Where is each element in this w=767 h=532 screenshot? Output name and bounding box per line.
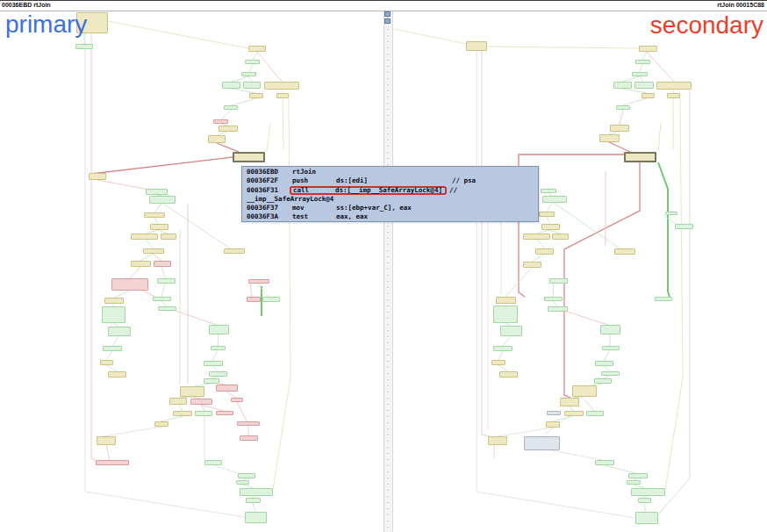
- basic-block-node[interactable]: [627, 480, 641, 485]
- basic-block-node[interactable]: [499, 371, 518, 377]
- basic-block-node[interactable]: [594, 378, 612, 384]
- flow-edge: [503, 336, 511, 346]
- basic-block-node[interactable]: [601, 371, 620, 376]
- flow-edge: [658, 90, 690, 514]
- basic-block-node[interactable]: [541, 224, 560, 230]
- instruction-comment: // psa: [452, 176, 476, 185]
- basic-block-node[interactable]: [656, 82, 692, 90]
- tooltip-row: 00036F2F push ds:[edi] // psa: [247, 176, 538, 185]
- instruction-address: 00036F31: [247, 186, 292, 195]
- basic-block-node[interactable]: [541, 189, 556, 193]
- basic-block-node[interactable]: [632, 72, 648, 76]
- basic-block-node[interactable]: [542, 196, 567, 203]
- instruction-operands: ds:[__imp__SafeArrayLock@4]: [335, 186, 442, 195]
- tooltip-row: 00036EBD rtJoin: [247, 168, 538, 176]
- bindiff-flowgraph-window: { "header": { "left_title": "00036EBD rt…: [0, 0, 767, 532]
- basic-block-node[interactable]: [595, 460, 614, 465]
- pane-splitter[interactable]: [384, 11, 393, 532]
- basic-block-node[interactable]: [675, 224, 693, 229]
- basic-block-node[interactable]: [631, 488, 665, 496]
- flow-edge: [658, 162, 670, 297]
- basic-block-node[interactable]: [614, 248, 635, 255]
- basic-block-node[interactable]: [549, 278, 568, 284]
- basic-block-node[interactable]: [595, 361, 613, 366]
- basic-block-node[interactable]: [493, 306, 518, 323]
- tooltip-row: 00036F3A test eax, eax: [247, 212, 538, 221]
- flow-edge: [609, 142, 630, 152]
- basic-block-node[interactable]: [665, 212, 677, 215]
- basic-block-node[interactable]: [491, 360, 505, 365]
- basic-block-node[interactable]: [599, 134, 620, 142]
- instruction-mnemonic: test: [292, 212, 336, 221]
- comment-continuation: __imp__SafeArrayLock@4: [247, 195, 333, 204]
- basic-block-node[interactable]: [524, 436, 560, 450]
- flow-edge: [647, 52, 674, 82]
- basic-block-node[interactable]: [488, 436, 507, 445]
- flow-edge: [567, 312, 608, 325]
- basic-block-node[interactable]: [642, 93, 655, 98]
- basic-block-node[interactable]: [639, 46, 657, 52]
- instruction-mnemonic: mov: [292, 204, 336, 212]
- flow-edge: [623, 98, 646, 105]
- flow-edge: [547, 203, 552, 212]
- flow-edge: [537, 240, 544, 248]
- selected-basic-block-node[interactable]: [624, 152, 656, 162]
- flow-edge: [498, 351, 503, 360]
- splitter-collapse-right-button[interactable]: [384, 18, 391, 24]
- basic-block-node[interactable]: [600, 325, 620, 334]
- instruction-mnemonic: rtJoin: [292, 168, 336, 176]
- flow-edge: [663, 215, 676, 224]
- basic-block-node[interactable]: [655, 297, 672, 301]
- basic-block-node[interactable]: [572, 385, 597, 397]
- basic-block-node[interactable]: [667, 93, 680, 98]
- flow-edge: [640, 64, 642, 72]
- basic-block-node[interactable]: [634, 82, 654, 89]
- tooltip-row: 00036F37 mov ss:[ebp+var_C], eax: [247, 204, 538, 212]
- instruction-tooltip: 00036EBD rtJoin 00036F2F push ds:[edi] /…: [241, 166, 539, 222]
- flow-edge: [644, 503, 646, 512]
- basic-block-node[interactable]: [548, 306, 568, 312]
- title-bar: 00036EBD rtJoin rtJoin 00015C88: [0, 0, 767, 11]
- basic-block-node[interactable]: [500, 326, 522, 336]
- basic-block-node[interactable]: [616, 105, 630, 110]
- basic-block-node[interactable]: [547, 411, 561, 415]
- flow-edge: [582, 397, 594, 411]
- basic-block-node[interactable]: [560, 398, 579, 406]
- flow-edge: [482, 51, 490, 436]
- flow-edge: [553, 284, 554, 297]
- flow-edge: [605, 465, 635, 473]
- flow-edge: [658, 123, 661, 152]
- basic-block-node[interactable]: [523, 262, 541, 268]
- basic-block-node[interactable]: [635, 512, 658, 524]
- basic-block-node[interactable]: [602, 346, 620, 350]
- basic-block-node[interactable]: [613, 82, 632, 89]
- basic-block-node[interactable]: [544, 297, 563, 301]
- basic-block-node[interactable]: [610, 125, 629, 132]
- basic-block-node[interactable]: [535, 248, 554, 255]
- basic-block-node[interactable]: [523, 234, 550, 240]
- flow-edge: [394, 29, 466, 44]
- tooltip-row-highlighted: 00036F31 call ds:[__imp__SafeArrayLock@4…: [247, 186, 538, 195]
- basic-block-node[interactable]: [628, 473, 648, 478]
- basic-block-node[interactable]: [496, 297, 516, 304]
- instruction-address: 00036F3A: [247, 212, 292, 221]
- flow-edge: [532, 255, 544, 262]
- flow-edge: [498, 365, 508, 371]
- splitter-collapse-left-button[interactable]: [384, 11, 391, 17]
- instruction-operands: ds:[edi]: [336, 176, 452, 185]
- instruction-address: 00036F37: [247, 204, 292, 212]
- tooltip-row-continuation: __imp__SafeArrayLock@4: [247, 195, 538, 204]
- basic-block-node[interactable]: [493, 346, 513, 351]
- basic-block-node[interactable]: [635, 60, 650, 64]
- basic-block-node[interactable]: [552, 234, 569, 240]
- flow-edge: [620, 110, 623, 125]
- basic-block-node[interactable]: [564, 411, 584, 416]
- basic-block-node[interactable]: [546, 421, 560, 428]
- instruction-address: 00036F2F: [247, 176, 292, 185]
- flow-edge: [547, 217, 550, 224]
- basic-block-node[interactable]: [586, 411, 604, 416]
- basic-block-node[interactable]: [466, 41, 487, 51]
- basic-block-node[interactable]: [539, 212, 555, 217]
- flow-edge: [487, 47, 639, 48]
- basic-block-node[interactable]: [638, 498, 651, 503]
